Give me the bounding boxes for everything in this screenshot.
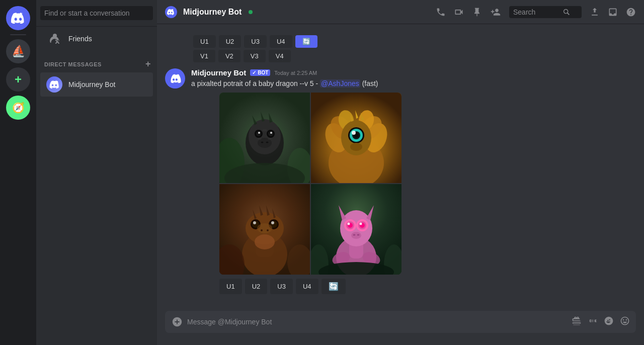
svg-point-2	[249, 119, 281, 154]
message-group-dragon: 🌙 ↩ ••• Midjourney Bot ✓ BOT	[157, 66, 644, 296]
dragon-image-3[interactable]	[219, 184, 310, 275]
v1-button-top[interactable]: V1	[193, 50, 215, 62]
svg-point-76	[353, 234, 356, 236]
u1-action-button[interactable]: U1	[219, 279, 242, 294]
online-status-indicator	[249, 10, 253, 14]
friends-icon	[46, 31, 62, 47]
dm-item-midjourney[interactable]: Midjourney Bot	[40, 72, 153, 97]
search-bar	[36, 0, 157, 27]
friends-nav-item[interactable]: Friends	[40, 27, 153, 51]
video-button[interactable]	[454, 7, 464, 17]
dragon-image-2[interactable]	[311, 93, 401, 183]
search-icon	[562, 8, 571, 16]
dragon-action-buttons: U1 U2 U3 U4 🔄	[219, 279, 636, 294]
mention-ashJones[interactable]: @AshJones	[320, 79, 360, 88]
u3-action-button[interactable]: U3	[270, 279, 293, 294]
emoji-icon[interactable]	[620, 316, 630, 328]
dragon-image-1[interactable]	[219, 93, 310, 183]
svg-point-34	[352, 131, 356, 135]
refresh-icon: 🔄	[329, 282, 339, 291]
svg-point-35	[350, 143, 362, 151]
svg-point-8	[270, 132, 272, 134]
svg-point-43	[255, 234, 275, 249]
checkmark-icon: ✓	[252, 70, 256, 75]
message-text-input[interactable]	[187, 313, 572, 331]
call-button[interactable]	[436, 7, 446, 17]
bot-badge: ✓ BOT	[250, 69, 270, 76]
direct-messages-label: DIRECT MESSAGES	[44, 61, 102, 67]
channel-avatar-icon	[165, 6, 177, 18]
channel-name: Midjourney Bot	[183, 8, 242, 17]
pins-button[interactable]	[472, 7, 482, 17]
download-button[interactable]	[590, 7, 600, 17]
refresh-button-top[interactable]: 🔄	[295, 35, 317, 48]
message-input-area	[157, 311, 644, 345]
server-sidebar: ⛵ + 🧭	[0, 0, 36, 345]
add-dm-button[interactable]: +	[143, 59, 153, 69]
svg-point-16	[268, 138, 272, 140]
message-group-top: U1 U2 U3 U4 🔄 V1 V2 V3 V4	[157, 28, 644, 66]
u4-action-button[interactable]: U4	[296, 279, 318, 294]
svg-point-15	[258, 138, 262, 140]
header-actions	[436, 6, 636, 18]
friends-label: Friends	[68, 35, 92, 43]
uv-buttons-row1: U1 U2 U3 U4 🔄	[193, 35, 636, 48]
inbox-button[interactable]	[608, 7, 618, 17]
direct-messages-header: DIRECT MESSAGES +	[36, 51, 157, 71]
svg-point-51	[261, 229, 263, 231]
add-attachment-button[interactable]	[171, 316, 183, 328]
svg-point-7	[258, 132, 260, 134]
help-button[interactable]	[626, 7, 636, 17]
u4-button-top[interactable]: U4	[270, 35, 292, 48]
svg-point-11	[266, 142, 269, 143]
svg-point-17	[262, 129, 267, 132]
server-ship-icon[interactable]: ⛵	[6, 39, 30, 63]
midjourney-bot-msg-avatar	[165, 68, 185, 89]
u2-action-button[interactable]: U2	[245, 279, 268, 294]
chat-header: Midjourney Bot	[157, 0, 644, 24]
messages-container: U1 U2 U3 U4 🔄 V1 V2 V3 V4 🌙 ↩ •••	[157, 24, 644, 311]
add-server-button[interactable]: +	[6, 67, 30, 92]
message-input-box	[165, 311, 636, 333]
svg-point-75	[351, 232, 361, 239]
svg-point-48	[253, 221, 256, 224]
refresh-action-button[interactable]: 🔄	[321, 279, 346, 294]
midjourney-bot-name: Midjourney Bot	[68, 80, 115, 89]
svg-point-77	[357, 234, 360, 236]
svg-point-10	[261, 142, 264, 143]
svg-point-49	[271, 221, 274, 224]
header-search-box[interactable]	[509, 6, 582, 18]
chat-area: Midjourney Bot	[157, 0, 644, 345]
msg-author-name: Midjourney Bot	[191, 68, 246, 77]
v4-button-top[interactable]: V4	[269, 50, 291, 62]
add-member-button[interactable]	[490, 7, 501, 17]
svg-point-50	[257, 223, 272, 233]
gif-icon[interactable]	[588, 316, 598, 328]
svg-point-74	[360, 223, 362, 225]
sticker-icon[interactable]	[604, 316, 614, 328]
dragon-image-4[interactable]	[311, 184, 401, 275]
svg-point-73	[348, 223, 350, 225]
server-divider	[10, 34, 26, 35]
midjourney-bot-avatar	[46, 76, 62, 93]
dm-panel: Friends DIRECT MESSAGES + Midjourney Bot	[36, 0, 157, 345]
v2-button-top[interactable]: V2	[218, 50, 240, 62]
svg-point-52	[267, 229, 269, 231]
discord-home-button[interactable]	[6, 6, 30, 30]
u3-button-top[interactable]: U3	[244, 35, 267, 48]
explore-server-button[interactable]: 🧭	[6, 96, 30, 120]
gift-icon[interactable]	[572, 316, 582, 328]
message-author-row: Midjourney Bot ✓ BOT Today at 2:25 AM	[191, 68, 636, 77]
uv-buttons-row2: V1 V2 V3 V4	[193, 50, 636, 62]
header-search-input[interactable]	[513, 8, 558, 16]
v3-button-top[interactable]: V3	[244, 50, 266, 62]
dragon-image-grid	[219, 93, 401, 275]
input-right-icons	[572, 316, 630, 328]
svg-point-64	[340, 210, 372, 246]
msg-content: a pixalted potrait of a baby dragon --v …	[191, 79, 636, 89]
u2-button-top[interactable]: U2	[219, 35, 242, 48]
u1-button-top[interactable]: U1	[193, 35, 216, 48]
msg-timestamp: Today at 2:25 AM	[274, 70, 317, 76]
find-conversation-input[interactable]	[40, 6, 153, 20]
